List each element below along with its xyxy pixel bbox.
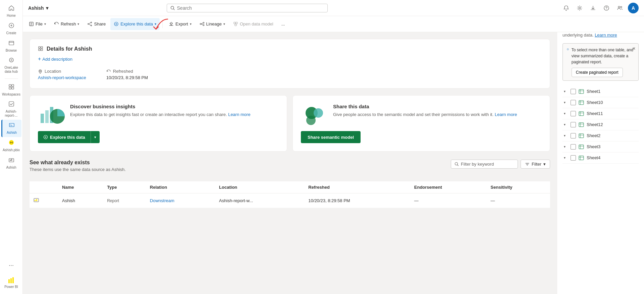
table-header-row: Name Type Relation Location Refreshed En… [30, 181, 550, 193]
sheet-item-4[interactable]: ▾ Sheet12 [562, 119, 639, 130]
sidebar-item-ashish[interactable]: Ashish [1, 120, 21, 137]
help-button[interactable] [601, 3, 612, 13]
refreshed-icon [106, 69, 111, 74]
browse-icon [8, 40, 14, 48]
create-paginated-report-button[interactable]: Create paginated report [572, 68, 623, 77]
discover-card-text: Discover business insights Explore this … [70, 104, 251, 118]
topbar: Ashish ▾ [23, 0, 644, 16]
sheet-item-5[interactable]: ▾ Sheet2 [562, 130, 639, 141]
svg-rect-11 [10, 278, 12, 283]
discover-card-buttons: Explore this data ▾ [38, 131, 279, 143]
exists-section-header: See what already exists These items use … [30, 160, 126, 177]
share-learn-more[interactable]: Learn more [495, 112, 517, 117]
search-input[interactable] [177, 5, 324, 11]
avatar[interactable]: A [628, 3, 639, 13]
sheet-checkbox[interactable] [571, 111, 576, 116]
sheet-checkbox[interactable] [571, 122, 576, 127]
svg-rect-53 [579, 145, 584, 149]
info-box-close-button[interactable]: ✕ [632, 46, 636, 52]
sidebar-item-report[interactable]: Ashish-report-... [1, 99, 21, 120]
share-card-top: Share this data Give people access to th… [301, 104, 542, 127]
svg-rect-52 [579, 134, 584, 138]
explore-icon [114, 21, 119, 26]
sheet-item-7[interactable]: ▾ Sheet4 [562, 153, 639, 164]
sheet-item-3[interactable]: ▾ Sheet11 [562, 108, 639, 119]
export-button[interactable]: Export ▾ [165, 18, 195, 30]
sheet-item-6[interactable]: ▾ Sheet3 [562, 141, 639, 153]
open-model-button[interactable]: Open data model [230, 18, 277, 30]
table-row[interactable]: Ashish Report Downstream Ashish-report-w… [30, 193, 550, 208]
refreshed-value: 10/20/23, 8:29:58 PM [106, 75, 148, 80]
sidebar-item-workspaces[interactable]: Workspaces [1, 81, 21, 99]
sheet-checkbox[interactable] [571, 155, 576, 161]
settings-button[interactable] [574, 3, 585, 13]
svg-point-24 [200, 23, 201, 25]
share-button[interactable]: Share [84, 18, 109, 30]
sheet-list: ▾ Sheet1 ▾ Sheet10 ▾ Sheet11 [562, 86, 639, 164]
explore-button[interactable]: Explore this data ▾ [110, 18, 160, 30]
discover-learn-more[interactable]: Learn more [228, 112, 250, 117]
notifications-button[interactable] [561, 3, 572, 13]
more-button[interactable]: ... [278, 18, 288, 30]
sidebar-item-ashish-pbix[interactable]: Ashish.pbix [1, 137, 21, 155]
keyword-filter[interactable]: Filter by keyword [451, 160, 518, 169]
people-button[interactable] [614, 3, 625, 13]
sheet-checkbox[interactable] [571, 144, 576, 150]
share-label: Share [94, 21, 106, 26]
sidebar-item-browse[interactable]: Browse [1, 38, 21, 55]
panel-learn-more[interactable]: Learn more [595, 33, 617, 38]
sidebar-item-create[interactable]: Create [1, 20, 21, 38]
refresh-button[interactable]: Refresh ▾ [51, 18, 83, 30]
ashish2-icon [8, 157, 14, 165]
add-description-btn[interactable]: + Add description [38, 56, 542, 62]
sheet-checkbox[interactable] [571, 100, 576, 105]
svg-point-42 [306, 116, 316, 125]
col-refreshed: Refreshed [304, 181, 410, 193]
sheet-item-1[interactable]: ▾ Sheet1 [562, 86, 639, 97]
file-button[interactable]: File ▾ [25, 18, 49, 30]
refresh-label: Refresh [61, 21, 76, 26]
svg-rect-6 [9, 102, 14, 106]
filter-button[interactable]: Filter ▾ [521, 160, 550, 169]
explore-data-chevron[interactable]: ▾ [91, 131, 100, 143]
file-label: File [36, 21, 43, 26]
col-icon [30, 181, 58, 193]
col-sensitivity: Sensitivity [487, 181, 550, 193]
lineage-button[interactable]: Lineage ▾ [196, 18, 228, 30]
sidebar-more[interactable]: ··· [1, 256, 21, 274]
download-button[interactable] [588, 3, 598, 13]
sidebar-item-report-label: Ashish-report-... [3, 110, 20, 118]
topbar-brand[interactable]: Ashish ▾ [28, 5, 48, 11]
open-model-label: Open data model [240, 21, 273, 26]
sidebar-bottom: ··· Power BI [1, 256, 21, 291]
refreshed-label: Refreshed [106, 69, 148, 74]
create-icon [8, 22, 14, 30]
info-box-text: To select more than one table, and view … [572, 48, 633, 64]
right-panel: Tables Select a table and/or columns fro… [557, 0, 644, 294]
table-icon [579, 122, 584, 127]
discover-illustration [38, 104, 65, 127]
table-icon [579, 100, 584, 105]
share-model-button[interactable]: Share semantic model [301, 131, 361, 143]
brand-name: Ashish [28, 5, 44, 11]
search-box[interactable] [167, 4, 328, 12]
discover-desc-text: Explore this data to get insights fast o… [70, 112, 228, 117]
brand-chevron: ▾ [46, 5, 48, 11]
row-name: Ashish [58, 193, 103, 208]
powerbi-label: Power BI [4, 285, 18, 289]
sheet-item-2[interactable]: ▾ Sheet10 [562, 97, 639, 108]
explore-data-button[interactable]: Explore this data [38, 131, 91, 143]
svg-rect-51 [579, 123, 584, 127]
plus-icon: + [38, 56, 41, 62]
sidebar-item-home[interactable]: Home [1, 3, 21, 20]
workspaces-icon [8, 84, 14, 92]
sheet-checkbox[interactable] [571, 89, 576, 94]
exists-section: See what already exists These items use … [30, 160, 550, 208]
sidebar-item-browse-label: Browse [6, 49, 17, 53]
sidebar-item-ashish2[interactable]: Ashish [1, 155, 21, 172]
sheet-checkbox[interactable] [571, 133, 576, 138]
svg-rect-32 [41, 47, 43, 48]
filter-placeholder: Filter by keyword [461, 162, 494, 167]
sidebar-item-onelake[interactable]: OneLake data hub [1, 55, 21, 76]
location-value[interactable]: Ashish-report-workspace [38, 75, 86, 80]
